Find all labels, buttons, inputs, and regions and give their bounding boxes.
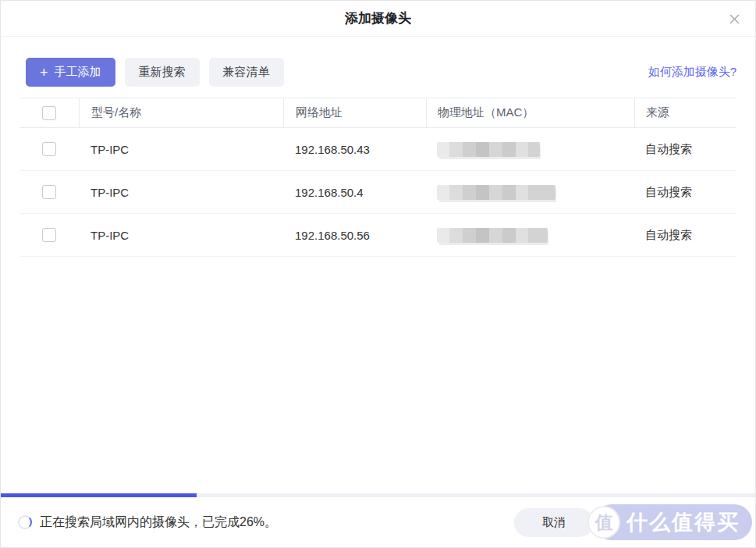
dialog-titlebar: 添加摄像头 bbox=[1, 1, 755, 37]
cell-ip: 192.168.50.56 bbox=[283, 229, 426, 242]
mac-redacted-mosaic bbox=[437, 228, 548, 243]
cell-ip: 192.168.50.43 bbox=[283, 143, 426, 156]
header-ip: 网络地址 bbox=[283, 98, 426, 127]
table-header-row: 型号/名称 网络地址 物理地址（MAC） 来源 bbox=[20, 98, 736, 128]
cell-model: TP-IPC bbox=[79, 186, 283, 199]
empty-area bbox=[1, 257, 755, 493]
cell-ip: 192.168.50.4 bbox=[283, 186, 426, 199]
cell-source: 自动搜索 bbox=[634, 142, 736, 157]
smzdm-watermark: 值 什么值得买 bbox=[587, 504, 752, 540]
search-status: 正在搜索局域网内的摄像头，已完成26%。 bbox=[18, 514, 277, 531]
toolbar: + 手工添加 重新搜索 兼容清单 如何添加摄像头? bbox=[1, 37, 755, 87]
table-row: TP-IPC 192.168.50.43 自动搜索 bbox=[20, 128, 736, 171]
close-button[interactable] bbox=[726, 10, 743, 27]
mac-redacted-mosaic bbox=[437, 185, 555, 200]
add-camera-dialog: 添加摄像头 + 手工添加 重新搜索 兼容清单 如何添加摄像头? 型号/名称 网络… bbox=[0, 0, 756, 548]
close-icon bbox=[729, 13, 740, 25]
status-text: 正在搜索局域网内的摄像头，已完成26%。 bbox=[40, 514, 277, 531]
manual-add-button[interactable]: + 手工添加 bbox=[26, 58, 115, 87]
header-mac: 物理地址（MAC） bbox=[426, 98, 634, 127]
rescan-button[interactable]: 重新搜索 bbox=[125, 58, 200, 87]
camera-table: 型号/名称 网络地址 物理地址（MAC） 来源 TP-IPC 192.168.5… bbox=[20, 98, 736, 257]
header-model: 型号/名称 bbox=[79, 98, 283, 127]
header-source: 来源 bbox=[634, 98, 736, 127]
row-checkbox[interactable] bbox=[42, 185, 56, 199]
footer-actions: 取消 值 什么值得买 bbox=[514, 504, 752, 540]
row-checkbox[interactable] bbox=[42, 142, 56, 156]
watermark-badge-icon: 值 bbox=[587, 506, 620, 539]
select-all-checkbox[interactable] bbox=[42, 106, 56, 120]
select-all-cell bbox=[20, 98, 79, 127]
dialog-footer: 正在搜索局域网内的摄像头，已完成26%。 取消 值 什么值得买 bbox=[1, 497, 755, 547]
table-row: TP-IPC 192.168.50.4 自动搜索 bbox=[20, 171, 736, 214]
cell-source: 自动搜索 bbox=[634, 185, 736, 200]
row-checkbox[interactable] bbox=[42, 228, 56, 242]
cell-model: TP-IPC bbox=[79, 143, 283, 156]
table-row: TP-IPC 192.168.50.56 自动搜索 bbox=[20, 214, 736, 257]
dialog-title: 添加摄像头 bbox=[345, 9, 411, 27]
plus-icon: + bbox=[40, 66, 48, 80]
help-link[interactable]: 如何添加摄像头? bbox=[648, 65, 736, 80]
cell-model: TP-IPC bbox=[79, 229, 283, 242]
mac-redacted-mosaic bbox=[437, 142, 540, 157]
spinner-icon bbox=[18, 515, 32, 529]
compat-list-button[interactable]: 兼容清单 bbox=[209, 58, 284, 87]
manual-add-label: 手工添加 bbox=[55, 65, 101, 80]
cancel-button[interactable]: 取消 bbox=[514, 508, 594, 537]
cell-source: 自动搜索 bbox=[634, 228, 736, 243]
